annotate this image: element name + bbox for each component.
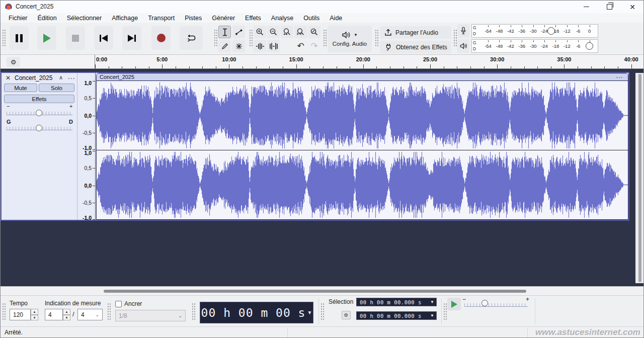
time-signature-upper-input[interactable]: 4 — [45, 309, 63, 320]
playback-meter[interactable]: G D -54-48-42-36-30-24-18-12-60 — [471, 39, 598, 53]
selection-start-field[interactable]: 00 h 00 m 00.000 s ▼ — [356, 298, 437, 306]
snap-interval-dropdown[interactable]: 1/8 ⌄ — [115, 310, 186, 321]
recording-meter-scale: -54-48-42-36-30-24-18-12-60 — [472, 25, 598, 37]
time-signature-spinner[interactable]: ▲ ▼ — [63, 309, 70, 320]
menu-item-affichage[interactable]: Affichage — [107, 15, 143, 22]
tools-toolbar-grip[interactable] — [214, 29, 217, 47]
mute-button[interactable]: Mute — [4, 83, 37, 92]
zoom-out-button[interactable] — [267, 26, 280, 38]
clip-header[interactable]: Concert_2025 ... — [97, 73, 628, 81]
recording-volume-slider-thumb[interactable] — [547, 27, 555, 35]
menu-item-pistes[interactable]: Pistes — [180, 15, 207, 22]
play-at-speed-grip[interactable] — [443, 303, 447, 321]
selection-options-button[interactable]: ⚙ — [342, 311, 351, 319]
recording-meter[interactable]: G D -54-48-42-36-30-24-18-12-60 — [471, 24, 598, 38]
play-at-speed-button[interactable] — [447, 298, 461, 310]
record-button[interactable] — [151, 26, 171, 50]
skip-to-start-button[interactable] — [94, 26, 113, 50]
get-effects-button[interactable]: Obtenez des Effets — [380, 41, 451, 53]
meter-scale-label: -54 — [485, 28, 492, 34]
horizontal-scrollbar-thumb[interactable] — [104, 290, 526, 293]
status-separator — [527, 328, 528, 338]
undo-button[interactable]: ↶ — [294, 40, 307, 52]
playback-speed-slider[interactable] — [464, 303, 528, 307]
track-close-button[interactable]: ✕ — [6, 74, 11, 81]
menu-item-sélectionner[interactable]: Sélectionner — [62, 15, 107, 22]
zoom-in-button[interactable] — [254, 26, 266, 38]
transport-toolbar-grip[interactable] — [2, 29, 6, 47]
silence-audio-button[interactable] — [267, 40, 280, 52]
tempo-spinner[interactable]: ▲ ▼ — [31, 309, 38, 320]
spin-down-icon[interactable]: ▼ — [63, 315, 70, 321]
menu-item-analyse[interactable]: Analyse — [266, 15, 298, 22]
menu-item-générer[interactable]: Générer — [207, 15, 240, 22]
envelope-tool-button[interactable] — [232, 26, 245, 38]
ruler-tick — [216, 66, 216, 68]
vertical-scrollbar[interactable] — [635, 73, 644, 283]
pan-slider-thumb[interactable] — [36, 125, 42, 131]
spin-up-icon[interactable]: ▲ — [63, 309, 70, 315]
selection-tool-button[interactable] — [218, 26, 231, 38]
zoom-toggle-button[interactable] — [308, 26, 320, 38]
menu-item-édition[interactable]: Édition — [33, 15, 62, 22]
trim-audio-button[interactable] — [254, 40, 266, 52]
edit-toolbar-grip[interactable] — [249, 29, 253, 47]
meter-toolbar-grip[interactable] — [453, 29, 457, 47]
zoom-to-selection-button[interactable] — [281, 26, 293, 38]
playback-meter-button[interactable] — [457, 39, 469, 53]
solo-button[interactable]: Solo — [39, 83, 74, 92]
spin-up-icon[interactable]: ▲ — [31, 309, 38, 315]
time-toolbar-grip[interactable] — [192, 303, 195, 321]
playback-speed-slider-thumb[interactable] — [481, 300, 488, 306]
share-toolbar-grip[interactable] — [375, 29, 378, 47]
playback-volume-slider-thumb[interactable] — [586, 42, 593, 50]
track-name[interactable]: Concert_2025 — [15, 74, 52, 81]
menu-item-outils[interactable]: Outils — [298, 15, 325, 22]
waveform-channel-left[interactable] — [97, 81, 628, 150]
gain-slider-thumb[interactable] — [36, 110, 42, 116]
minimize-button[interactable] — [575, 1, 598, 13]
clip-menu-button[interactable]: ... — [616, 73, 623, 79]
time-signature-lower-dropdown[interactable]: 4 ⌄ — [77, 309, 103, 320]
timeline-options-button[interactable]: ⚙ — [7, 57, 20, 67]
time-signature-toolbar-grip[interactable] — [2, 303, 6, 321]
vertical-scale-label: 0,5 — [84, 165, 92, 171]
draw-tool-button[interactable] — [218, 40, 231, 52]
close-button[interactable]: ✕ — [621, 1, 644, 13]
restore-button[interactable] — [598, 1, 621, 13]
timeline-ruler[interactable]: 0:005:0010:0015:0020:0025:0030:0035:0040… — [95, 55, 644, 68]
effects-button[interactable]: Effets — [4, 95, 74, 103]
fit-project-button[interactable] — [294, 26, 307, 38]
audio-setup-grip[interactable] — [323, 29, 327, 47]
audio-setup-button[interactable]: ▼ Config. Audio — [328, 26, 372, 52]
recording-meter-button[interactable] — [457, 24, 469, 38]
horizontal-scrollbar[interactable] — [1, 286, 643, 295]
menu-item-aide[interactable]: Aide — [325, 15, 347, 22]
ruler-tick — [511, 66, 511, 68]
menu-item-transport[interactable]: Transport — [143, 15, 180, 22]
menu-item-fichier[interactable]: Fichier — [4, 15, 33, 22]
snapping-toolbar-grip[interactable] — [107, 303, 111, 321]
audio-clip[interactable]: Concert_2025 ... — [96, 73, 628, 220]
stop-button[interactable] — [66, 26, 85, 50]
pause-button[interactable] — [10, 26, 29, 50]
track-collapse-button[interactable]: ∧ — [59, 74, 63, 81]
menu-item-effets[interactable]: Effets — [240, 15, 266, 22]
track-menu-button[interactable]: ... — [68, 72, 75, 80]
vertical-scrollbar-thumb[interactable] — [638, 74, 641, 282]
selection-end-field[interactable]: 00 h 00 m 00.000 s ▼ — [356, 311, 437, 320]
share-audio-button[interactable]: Partager l'Audio — [380, 26, 451, 39]
ruler-tick — [497, 64, 498, 68]
caret-down-icon: ▼ — [307, 310, 312, 315]
skip-to-end-button[interactable] — [122, 26, 141, 50]
snap-checkbox[interactable] — [115, 301, 122, 307]
multi-tool-button[interactable] — [232, 40, 245, 52]
loop-button[interactable] — [180, 26, 203, 50]
redo-button[interactable]: ↷ — [308, 40, 320, 52]
play-button[interactable] — [37, 26, 56, 50]
tempo-input[interactable]: 120 — [10, 309, 31, 320]
spin-down-icon[interactable]: ▼ — [31, 315, 38, 321]
selection-toolbar-grip[interactable] — [320, 303, 324, 321]
waveform-channel-right[interactable] — [97, 150, 628, 219]
audio-position-display[interactable]: 00 h 00 m 00 s ▼ — [200, 302, 313, 323]
